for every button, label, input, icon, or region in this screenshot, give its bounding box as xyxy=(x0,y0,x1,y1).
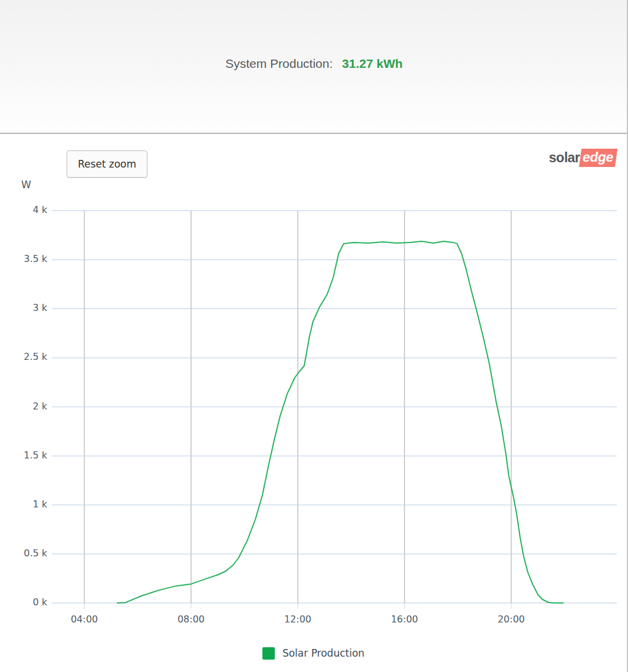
y-tick-label-0.5 k: 0.5 k xyxy=(12,548,47,559)
x-tick-label-12:00: 12:00 xyxy=(274,614,321,625)
header-band: System Production: 31.27 kWh xyxy=(0,0,628,134)
y-tick-label-2 k: 2 k xyxy=(12,401,47,412)
x-tick-label-20:00: 20:00 xyxy=(488,614,535,625)
y-axis-title: W xyxy=(21,179,31,191)
legend-label: Solar Production xyxy=(282,647,364,659)
y-tick-label-0 k: 0 k xyxy=(12,596,47,608)
y-tick-label-3.5 k: 3.5 k xyxy=(12,253,47,264)
solaredge-logo: solar edge xyxy=(549,149,616,166)
x-tick-label-16:00: 16:00 xyxy=(381,614,428,625)
chart-panel: Reset zoom solar edge W 0 k0.5 k1 k1.5 k… xyxy=(0,134,627,672)
solaredge-dashboard: System Production: 31.27 kWh Reset zoom … xyxy=(0,0,628,672)
x-tick-label-04:00: 04:00 xyxy=(61,614,108,625)
logo-text-solar: solar xyxy=(549,150,580,166)
reset-zoom-button[interactable]: Reset zoom xyxy=(67,150,147,178)
system-production-value: 31.27 kWh xyxy=(342,57,403,70)
solar-production-chart[interactable] xyxy=(0,134,627,672)
page-title: System Production: 31.27 kWh xyxy=(0,57,628,71)
series-line-solar-production[interactable] xyxy=(117,241,563,603)
y-tick-label-2.5 k: 2.5 k xyxy=(12,351,47,362)
legend-item-solar-production[interactable]: Solar Production xyxy=(0,646,627,660)
logo-text-edge: edge xyxy=(579,149,617,167)
y-tick-label-4 k: 4 k xyxy=(12,204,47,215)
y-tick-label-1.5 k: 1.5 k xyxy=(12,450,47,461)
legend-swatch xyxy=(262,647,275,660)
y-tick-label-3 k: 3 k xyxy=(12,302,47,313)
y-tick-label-1 k: 1 k xyxy=(12,499,47,510)
x-tick-label-08:00: 08:00 xyxy=(167,614,215,625)
system-production-label: System Production: xyxy=(225,57,333,70)
